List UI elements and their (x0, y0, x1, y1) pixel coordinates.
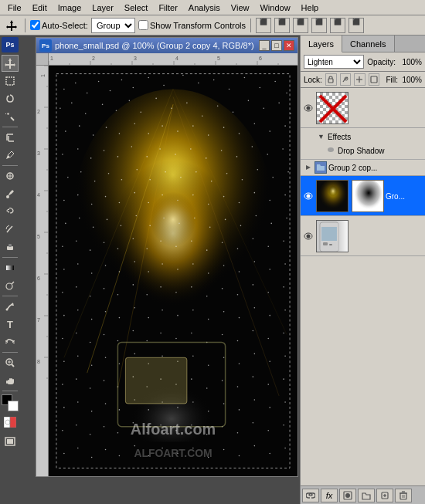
tab-channels[interactable]: Channels (342, 36, 394, 52)
doc-minimize-btn[interactable]: _ (259, 40, 270, 51)
svg-point-175 (134, 192, 136, 194)
path-tool[interactable] (2, 333, 19, 350)
svg-point-199 (256, 215, 257, 217)
svg-text:3: 3 (37, 151, 40, 156)
color-picker[interactable] (2, 394, 19, 411)
svg-point-131 (192, 125, 194, 127)
delete-layer-btn[interactable] (395, 489, 412, 502)
pen-tool[interactable] (2, 298, 19, 315)
svg-point-251 (77, 310, 79, 311)
align-vcenter-btn[interactable]: ⬛ (274, 18, 290, 33)
svg-point-142 (117, 156, 119, 157)
tab-layers[interactable]: Layers (301, 36, 342, 52)
link-layers-btn[interactable] (302, 489, 319, 502)
svg-point-228 (208, 272, 209, 274)
menu-select[interactable]: Select (120, 2, 153, 14)
svg-point-157 (108, 173, 110, 174)
eraser-tool[interactable] (2, 238, 19, 255)
auto-select-checkbox[interactable] (30, 20, 40, 30)
svg-point-206 (117, 248, 119, 249)
group-expand-row[interactable]: Group 2 cop... (301, 160, 425, 176)
layer-visibility-phone[interactable] (302, 230, 314, 242)
magic-wand-tool[interactable] (2, 108, 19, 125)
menu-file[interactable]: File (3, 2, 26, 14)
eyedropper-tool[interactable] (2, 147, 19, 164)
align-top-btn[interactable]: ⬛ (256, 18, 271, 33)
menu-filter[interactable]: Filter (154, 2, 182, 14)
layer-visibility-group2[interactable] (302, 190, 314, 202)
zoom-tool[interactable] (2, 354, 19, 371)
svg-point-161 (165, 171, 166, 173)
clone-tool[interactable] (2, 203, 19, 220)
svg-point-100 (229, 89, 230, 90)
lock-transparent-btn[interactable] (325, 73, 337, 86)
align-hcenter-btn[interactable]: ⬛ (330, 18, 345, 33)
svg-text:5: 5 (217, 56, 220, 61)
svg-point-263 (254, 307, 256, 309)
lock-all-btn[interactable] (369, 73, 380, 86)
new-layer-btn[interactable] (376, 489, 393, 502)
history-brush-tool[interactable] (2, 221, 19, 238)
svg-point-188 (93, 227, 94, 228)
menu-analysis[interactable]: Analysis (184, 2, 225, 14)
svg-point-259 (192, 310, 194, 311)
auto-select-dropdown[interactable]: Group Layer (91, 18, 135, 33)
menu-window[interactable]: Window (255, 2, 294, 14)
svg-point-388 (307, 234, 311, 238)
svg-point-112 (155, 98, 157, 100)
align-right-btn[interactable]: ⬛ (348, 18, 364, 33)
svg-point-159 (136, 169, 138, 171)
align-bottom-btn[interactable]: ⬛ (293, 18, 308, 33)
new-group-btn[interactable] (358, 489, 375, 502)
dodge-tool[interactable] (2, 277, 19, 294)
group-folder-icon (314, 161, 327, 174)
doc-restore-btn[interactable]: □ (271, 40, 282, 51)
move-tool-icon[interactable] (3, 17, 20, 34)
svg-point-232 (269, 269, 270, 270)
svg-point-135 (254, 123, 256, 124)
svg-point-249 (283, 286, 284, 288)
svg-point-219 (77, 263, 79, 265)
svg-point-197 (225, 219, 226, 221)
move-tool[interactable] (2, 55, 19, 72)
svg-point-18 (6, 283, 12, 289)
effects-expand-icon[interactable]: ▼ (318, 133, 325, 140)
lock-image-btn[interactable] (340, 73, 352, 86)
blend-mode-select[interactable]: Lighten Normal Multiply Screen Overlay (304, 55, 364, 69)
menu-edit[interactable]: Edit (28, 2, 52, 14)
layer-item-phone[interactable] (301, 216, 425, 256)
layer-item-group2[interactable]: Gro... (301, 176, 425, 216)
brush-tool[interactable] (2, 185, 19, 202)
svg-point-136 (269, 130, 270, 132)
svg-point-94 (133, 87, 134, 89)
add-style-btn[interactable]: fx (321, 489, 338, 502)
svg-point-108 (102, 104, 104, 106)
group-expand-arrow[interactable] (304, 163, 313, 172)
svg-point-295 (254, 353, 256, 355)
svg-point-366 (134, 174, 211, 266)
selection-tool[interactable] (2, 73, 19, 90)
gradient-tool[interactable] (2, 259, 19, 276)
quick-mask-btn[interactable] (2, 414, 19, 431)
align-left-btn[interactable]: ⬛ (311, 18, 327, 33)
doc-titlebar[interactable]: Ps phone_small.psd @ 100% (Group 2 copy … (36, 38, 298, 53)
type-tool[interactable]: T (2, 316, 19, 333)
lasso-tool[interactable] (2, 90, 19, 107)
transform-controls-checkbox[interactable] (138, 20, 148, 30)
hand-tool[interactable] (2, 372, 19, 389)
svg-point-257 (162, 310, 163, 311)
menu-help[interactable]: Help (297, 2, 324, 14)
auto-select-label: Auto-Select: (30, 20, 88, 30)
lock-position-btn[interactable] (354, 73, 366, 86)
doc-close-btn[interactable]: ✕ (284, 40, 294, 51)
svg-point-220 (91, 272, 93, 274)
menu-layer[interactable]: Layer (87, 2, 118, 14)
crop-tool[interactable] (2, 129, 19, 146)
heal-tool[interactable] (2, 167, 19, 184)
screen-mode-btn[interactable] (2, 433, 19, 450)
layer-visibility-top[interactable] (302, 102, 314, 114)
layer-item-top[interactable] (301, 88, 425, 128)
menu-image[interactable]: Image (53, 2, 87, 14)
add-mask-btn[interactable] (339, 489, 356, 502)
menu-view[interactable]: View (226, 2, 254, 14)
